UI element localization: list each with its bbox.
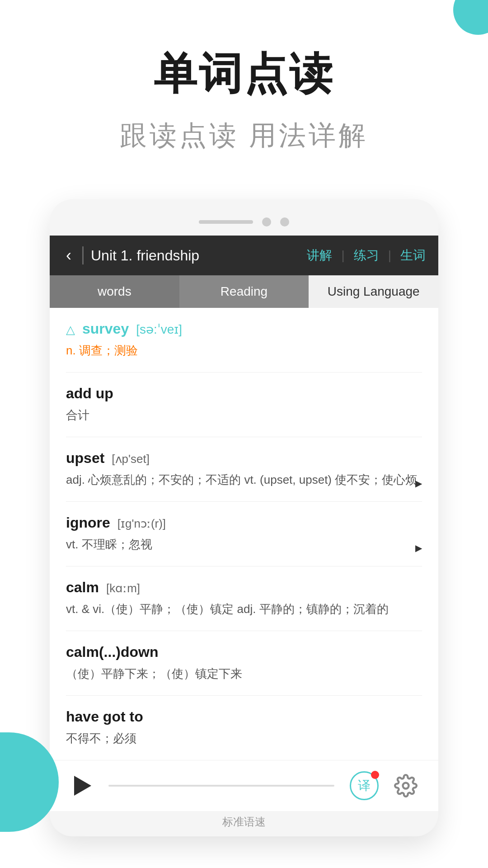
notch-dot-2 xyxy=(280,217,289,226)
expand-arrow-ignore[interactable]: ▶ xyxy=(415,542,422,553)
header-divider xyxy=(82,246,84,264)
word-meaning-have-got-to: 不得不；必须 xyxy=(66,730,422,747)
word-line-add-up: add up xyxy=(66,385,422,402)
word-english-calm: calm xyxy=(66,579,99,596)
player-bar: 译 xyxy=(50,760,438,811)
word-english-add-up: add up xyxy=(66,385,113,402)
word-meaning-add-up: 合计 xyxy=(66,406,422,424)
svg-point-0 xyxy=(403,783,409,789)
nav-sep-1: | xyxy=(341,248,344,263)
word-english-calm-down: calm(...)down xyxy=(66,644,158,660)
word-entry-have-got-to[interactable]: have got to 不得不；必须 xyxy=(66,696,422,760)
unit-title: Unit 1. friendship xyxy=(91,247,300,264)
word-line-calm-down: calm(...)down xyxy=(66,644,422,660)
settings-button[interactable] xyxy=(391,771,420,800)
word-phonetic-calm: [kɑːm] xyxy=(106,581,140,595)
word-entry-survey[interactable]: △ survey [sə:ˈveɪ] n. 调查；测验 xyxy=(66,308,422,373)
gear-icon xyxy=(394,774,418,797)
play-icon xyxy=(74,776,91,796)
page-subtitle: 跟读点读 用法详解 xyxy=(27,118,461,154)
tab-bar: words Reading Using Language xyxy=(50,275,438,308)
word-meaning-upset: adj. 心烦意乱的；不安的；不适的 vt. (upset, upset) 使不… xyxy=(66,471,422,489)
tab-using-language[interactable]: Using Language xyxy=(309,275,438,308)
word-entry-calm[interactable]: calm [kɑːm] vt. & vi.（使）平静；（使）镇定 adj. 平静… xyxy=(66,566,422,631)
translate-icon: 译 xyxy=(350,771,379,800)
word-english-have-got-to: have got to xyxy=(66,708,143,725)
tab-words[interactable]: words xyxy=(50,275,179,308)
player-icons: 译 xyxy=(348,769,420,802)
phone-mockup: ‹ Unit 1. friendship 讲解 | 练习 | 生词 words … xyxy=(50,199,438,836)
expand-arrow-upset[interactable]: ▶ xyxy=(415,478,422,489)
word-line-have-got-to: have got to xyxy=(66,708,422,725)
word-line-upset: upset [ʌp'set] xyxy=(66,450,422,467)
nav-practice[interactable]: 练习 xyxy=(354,247,379,264)
word-phonetic-ignore: [ɪg'nɔː(r)] xyxy=(117,517,166,531)
word-english-upset: upset xyxy=(66,450,104,467)
word-phonetic-survey: [sə:ˈveɪ] xyxy=(136,322,182,337)
word-triangle-survey: △ xyxy=(66,323,75,337)
word-meaning-survey: n. 调查；测验 xyxy=(66,342,422,359)
nav-sep-2: | xyxy=(388,248,391,263)
progress-bar[interactable] xyxy=(108,785,334,787)
page-title: 单词点读 xyxy=(27,45,461,104)
word-entry-ignore[interactable]: ignore [ɪg'nɔː(r)] vt. 不理睬；忽视 ▶ xyxy=(66,502,422,566)
word-line-calm: calm [kɑːm] xyxy=(66,579,422,596)
word-line-survey: △ survey [sə:ˈveɪ] xyxy=(66,321,422,337)
notch-bar xyxy=(199,220,253,224)
word-phonetic-upset: [ʌp'set] xyxy=(112,452,150,466)
play-button[interactable] xyxy=(68,772,95,799)
word-english-survey: survey xyxy=(82,321,129,337)
translate-button[interactable]: 译 xyxy=(348,769,380,802)
page-header: 单词点读 跟读点读 用法详解 xyxy=(0,0,488,172)
word-entry-calm-down[interactable]: calm(...)down （使）平静下来；（使）镇定下来 xyxy=(66,631,422,696)
word-meaning-calm: vt. & vi.（使）平静；（使）镇定 adj. 平静的；镇静的；沉着的 xyxy=(66,600,422,618)
nav-vocab[interactable]: 生词 xyxy=(400,247,426,264)
word-meaning-calm-down: （使）平静下来；（使）镇定下来 xyxy=(66,665,422,683)
speed-label: 标准语速 xyxy=(50,811,438,836)
word-list: △ survey [sə:ˈveɪ] n. 调查；测验 add up 合计 up… xyxy=(50,308,438,760)
back-button[interactable]: ‹ xyxy=(62,242,75,269)
word-line-ignore: ignore [ɪg'nɔː(r)] xyxy=(66,514,422,531)
app-header: ‹ Unit 1. friendship 讲解 | 练习 | 生词 xyxy=(50,236,438,275)
notch-dot-1 xyxy=(262,217,271,226)
record-dot xyxy=(371,771,379,779)
word-english-ignore: ignore xyxy=(66,514,110,531)
header-nav: 讲解 | 练习 | 生词 xyxy=(307,247,426,264)
word-entry-add-up[interactable]: add up 合计 xyxy=(66,373,422,437)
word-entry-upset[interactable]: upset [ʌp'set] adj. 心烦意乱的；不安的；不适的 vt. (u… xyxy=(66,437,422,502)
tab-reading[interactable]: Reading xyxy=(179,275,309,308)
phone-notch xyxy=(50,213,438,236)
word-meaning-ignore: vt. 不理睬；忽视 xyxy=(66,536,422,553)
nav-explain[interactable]: 讲解 xyxy=(307,247,332,264)
